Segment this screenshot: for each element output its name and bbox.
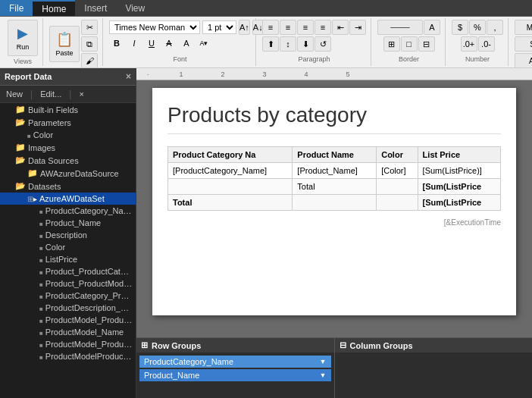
increase-decimal-button[interactable]: .0+ (461, 36, 477, 52)
valign-top-button[interactable]: ⬆ (262, 36, 279, 52)
tree-item-productcategory-produ[interactable]: ProductCategory_Produ... (0, 290, 136, 302)
cell-total-label: Total (168, 195, 293, 211)
edit-button[interactable]: Edit... (37, 88, 64, 100)
row-group-item-1[interactable]: ProductCategory_Name ▼ (139, 356, 331, 368)
tree-item-productmodel-productm[interactable]: ProductModel_ProductM... (0, 314, 136, 326)
border-group-label: Border (399, 55, 419, 64)
currency-button[interactable]: $ (452, 20, 468, 35)
tree-item-param-color[interactable]: Color (0, 129, 136, 141)
paste-button[interactable]: 📋 Paste (49, 26, 80, 62)
ribbon-group-border: ──── A ⊞ □ ⊟ Border (373, 18, 446, 66)
border-none-button[interactable]: ⊟ (418, 36, 435, 52)
file-menu-button[interactable]: File (0, 0, 33, 16)
canvas-area[interactable]: Products by category Product Category Na… (136, 80, 532, 337)
tree-item-product-name[interactable]: Product_Name (0, 217, 136, 229)
text-direction-button[interactable]: ↺ (315, 36, 331, 52)
tree-item-productdescription-pro[interactable]: ProductDescription_Pro... (0, 302, 136, 314)
field-icon (39, 328, 43, 337)
align-left-button[interactable]: ≡ (262, 20, 279, 35)
paste-label: Paste (55, 49, 73, 57)
border-all-button[interactable]: ⊞ (383, 36, 400, 52)
font-size-select[interactable]: 1 pt (202, 20, 236, 34)
border-outer-button[interactable]: □ (401, 36, 418, 52)
valign-bot-button[interactable]: ⬇ (297, 36, 314, 52)
column-groups-icon: ⊟ (340, 340, 346, 350)
bold-button[interactable]: B (109, 36, 124, 50)
copy-button[interactable]: ⧉ (81, 36, 98, 52)
column-groups-header: ⊟ Column Groups (335, 338, 533, 353)
ribbon-group-views: ▶ Run Views (3, 18, 43, 66)
font-color-button[interactable]: A (179, 36, 194, 50)
cell-total-empty1 (293, 195, 377, 211)
percent-button[interactable]: % (469, 20, 486, 35)
col-header-product: Product Name (293, 147, 377, 163)
tree-item-awazure[interactable]: AWAzureDataSource (0, 167, 136, 180)
panel-toolbar: New | Edit... | × (0, 86, 136, 103)
highlight-button[interactable]: A▾ (196, 36, 211, 50)
justify-button[interactable]: ≡ (315, 20, 331, 35)
toolbar-separator: | (30, 89, 33, 99)
dropdown-arrow-icon: ▼ (320, 358, 327, 365)
row-group-item-2[interactable]: Product_Name ▼ (139, 369, 331, 381)
merge-button[interactable]: Merge (515, 20, 532, 35)
new-button[interactable]: New (3, 88, 26, 100)
cut-button[interactable]: ✂ (81, 20, 98, 35)
field-icon (39, 207, 43, 215)
tree-item-parameters[interactable]: Parameters (0, 116, 136, 129)
tree-item-productmodel-name[interactable]: ProductModel_Name (0, 326, 136, 338)
border-style-button[interactable]: ──── (377, 20, 423, 35)
datasource-icon (27, 168, 38, 178)
tab-home[interactable]: Home (33, 0, 75, 16)
comma-button[interactable]: , (487, 20, 503, 35)
indent-right-button[interactable]: ⇥ (349, 20, 366, 35)
tree-item-images[interactable]: Images (0, 141, 136, 154)
tree-item-productmodelproductda[interactable]: ProductModelProductDa... (0, 350, 136, 362)
paste-icon: 📋 (56, 31, 73, 48)
tree-item-productcategory-name[interactable]: ProductCategory_Name (0, 205, 136, 217)
field-icon (27, 131, 31, 139)
tree-item-builtin-fields[interactable]: Built-in Fields (0, 103, 136, 116)
column-groups-content (335, 353, 533, 398)
strikethrough-button[interactable]: A (161, 36, 177, 50)
format-painter-button[interactable]: 🖌 (81, 53, 98, 68)
align-button[interactable]: Align (515, 53, 532, 68)
tree-item-productmodel-productde[interactable]: ProductModel_ProductDe... (0, 338, 136, 350)
underline-button[interactable]: U (144, 36, 159, 50)
split-button[interactable]: Split (515, 36, 532, 52)
tree-item-datasources[interactable]: Data Sources (0, 154, 136, 167)
align-right-button[interactable]: ≡ (297, 20, 314, 35)
increase-font-button[interactable]: A↑ (239, 20, 250, 35)
row-groups-content[interactable]: ProductCategory_Name ▼ Product_Name ▼ (136, 353, 334, 398)
run-button[interactable]: ▶ Run (8, 20, 38, 56)
panel-header: Report Data × (0, 68, 136, 86)
field-icon (39, 292, 43, 300)
border-color-button[interactable]: A (424, 20, 440, 35)
delete-button[interactable]: × (76, 88, 86, 100)
align-center-button[interactable]: ≡ (280, 20, 296, 35)
tree-item-color[interactable]: Color (0, 241, 136, 253)
cell-sub-color-empty (377, 179, 418, 195)
cell-sub-total-label: Total (293, 179, 377, 195)
tree-item-datasets[interactable]: Datasets (0, 180, 136, 193)
row-group-label-2: Product_Name (144, 371, 199, 380)
tree-item-product-productcatego[interactable]: Product_ProductCatego... (0, 265, 136, 277)
tree-item-description[interactable]: Description (0, 229, 136, 241)
tree-item-azureawdataset[interactable]: ▸ AzureAWDataSet (0, 193, 136, 205)
table-header-row: Product Category Na Product Name Color L… (168, 147, 501, 163)
italic-button[interactable]: I (127, 36, 142, 50)
tree-item-product-productmodelid[interactable]: Product_ProductModelID (0, 277, 136, 290)
folder-icon (15, 143, 26, 152)
font-name-select[interactable]: Times New Roman (109, 20, 200, 34)
bottom-panels: ⊞ Row Groups ProductCategory_Name ▼ Prod… (136, 337, 532, 398)
valign-mid-button[interactable]: ↕ (280, 36, 296, 52)
tab-view[interactable]: View (116, 0, 154, 16)
tree-item-listprice[interactable]: ListPrice (0, 253, 136, 265)
indent-left-button[interactable]: ⇤ (332, 20, 349, 35)
report-page: Products by category Product Category Na… (152, 88, 516, 315)
dropdown-arrow-icon-2: ▼ (320, 371, 327, 379)
tab-insert[interactable]: Insert (75, 0, 116, 16)
panel-close-button[interactable]: × (126, 71, 131, 82)
folder-icon (15, 105, 26, 114)
decrease-decimal-button[interactable]: .0- (478, 36, 495, 52)
report-data-tree[interactable]: Built-in Fields Parameters Color Images (0, 103, 136, 398)
